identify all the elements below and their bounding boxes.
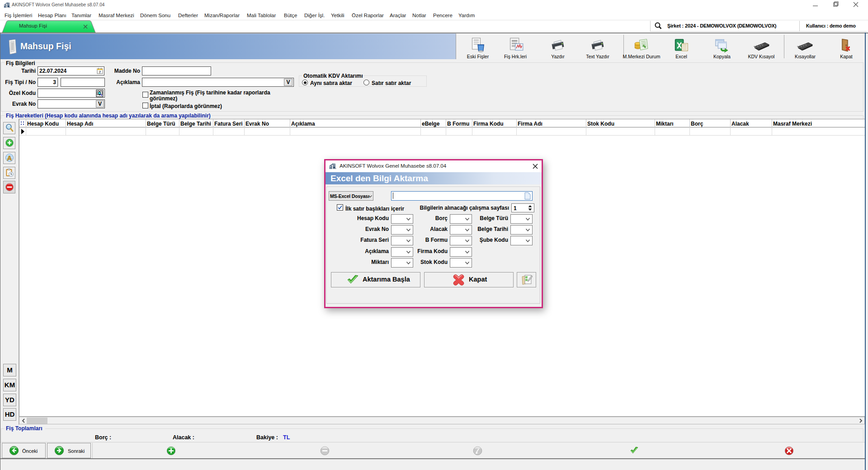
svg-text:A: A <box>7 154 12 162</box>
